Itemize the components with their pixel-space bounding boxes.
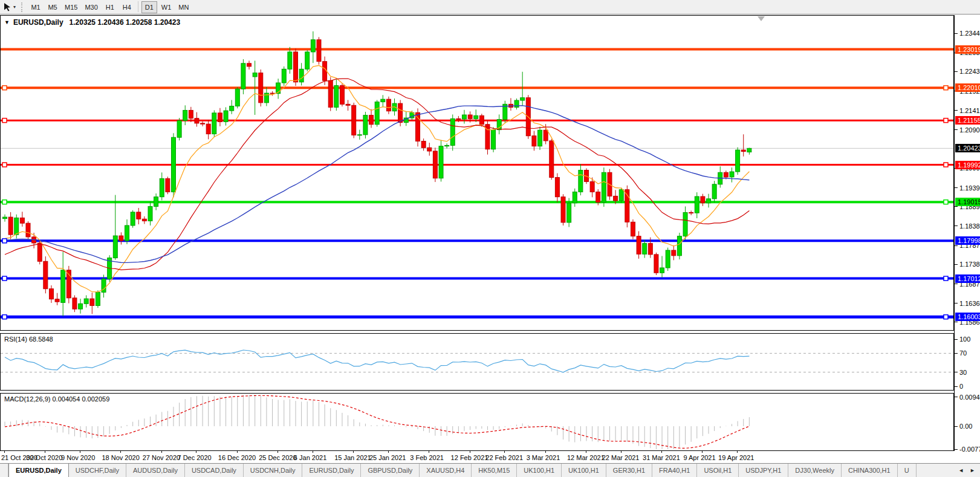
level-handle[interactable]: [944, 200, 948, 204]
candle-body: [73, 298, 77, 309]
candle-body: [148, 206, 152, 221]
candle-body: [631, 222, 635, 236]
chart-tab-eurusd-daily[interactable]: EURUSD,Daily: [302, 464, 361, 477]
candle-body: [247, 63, 251, 67]
price-axis-tick: [955, 322, 958, 322]
chart-tool-button[interactable]: ▾: [0, 0, 18, 14]
candle-body: [375, 102, 379, 125]
chart-tab-usdcnh-daily[interactable]: USDCNH,Daily: [244, 464, 303, 477]
candle-body: [619, 190, 623, 201]
timeframe-button-M1[interactable]: M1: [28, 1, 44, 13]
candle-body: [450, 118, 455, 145]
candle-body: [26, 223, 30, 237]
price-chart-canvas[interactable]: [1, 16, 953, 330]
tab-scroll-right-icon[interactable]: ►: [967, 466, 978, 475]
time-axis-label: 31 Mar 2021: [643, 454, 680, 461]
price-axis-tick: [955, 129, 958, 130]
time-axis-label: 19 Apr 2021: [718, 454, 754, 461]
time-axis-tick: [4, 451, 5, 453]
candle-body: [614, 196, 618, 201]
candle-body: [20, 218, 24, 223]
level-handle[interactable]: [2, 200, 7, 204]
chart-tab-uk100-h1[interactable]: UK100,H1: [562, 464, 606, 477]
chevron-down-icon[interactable]: ▾: [13, 4, 16, 10]
level-handle[interactable]: [2, 86, 7, 90]
time-axis-label: 22 Feb 2021: [485, 454, 523, 461]
macd-axis-tick: [955, 397, 958, 397]
macd-panel[interactable]: MACD(12,26,9) 0.004054 0.002059: [0, 393, 954, 451]
macd-axis-tick: [955, 426, 958, 427]
chart-shift-marker-icon[interactable]: [758, 16, 765, 21]
chart-tab-uk100-h1[interactable]: UK100,H1: [517, 464, 562, 477]
level-price-badge: 1.19015: [955, 198, 980, 206]
candle-body: [79, 303, 83, 309]
time-axis-tick: [737, 451, 738, 453]
timeframe-button-H1[interactable]: H1: [102, 1, 118, 13]
level-handle[interactable]: [2, 163, 7, 167]
candle-body: [299, 69, 303, 82]
timeframe-button-H4[interactable]: H4: [119, 1, 135, 13]
candle-body: [166, 178, 170, 192]
price-axis-tick-label: 1.22435: [959, 68, 980, 75]
timeframe-button-D1[interactable]: D1: [141, 1, 157, 13]
candle-body: [596, 192, 600, 202]
candle-body: [340, 85, 344, 104]
timeframe-button-W1[interactable]: W1: [158, 1, 175, 13]
chart-tab-audusd-daily[interactable]: AUDUSD,Daily: [126, 464, 185, 477]
chart-tab-eurusd-daily[interactable]: EURUSD,Daily: [8, 464, 69, 477]
timeframe-button-MN[interactable]: MN: [175, 1, 192, 13]
price-axis-tick-label: 1.20905: [959, 126, 980, 134]
candle-body: [666, 250, 670, 268]
chart-title-collapse-icon[interactable]: ▼: [4, 19, 10, 25]
candle-body: [177, 120, 181, 137]
candle-body: [736, 150, 740, 172]
chart-tab-u[interactable]: U: [898, 464, 917, 477]
rsi-axis-tick: [955, 339, 958, 340]
level-handle[interactable]: [2, 276, 7, 281]
price-axis-tick: [955, 303, 958, 303]
chart-tab-usdcad-daily[interactable]: USDCAD,Daily: [185, 464, 244, 477]
chart-tab-china300-h1[interactable]: CHINA300,H1: [842, 464, 898, 477]
level-handle[interactable]: [944, 163, 948, 167]
macd-axis-label: -0.007778: [959, 446, 980, 453]
level-price-badge: 1.17012: [955, 274, 980, 283]
timeframe-button-M30[interactable]: M30: [82, 1, 100, 13]
level-handle[interactable]: [2, 315, 7, 319]
price-axis-tick: [955, 33, 958, 34]
chart-tab-dj30-weekly[interactable]: DJ30,Weekly: [788, 464, 842, 477]
chart-tab-hk50-m15[interactable]: HK50,M15: [472, 464, 517, 477]
time-axis-tick: [353, 451, 354, 453]
price-chart-panel[interactable]: ▼ EURUSD,Daily 1.20325 1.20436 1.20258 1…: [0, 15, 954, 331]
rsi-panel[interactable]: RSI(14) 68.5848: [0, 333, 954, 391]
time-axis-label: 6 Jan 2021: [294, 454, 326, 461]
chart-tab-usdjpy-h1[interactable]: USDJPY,H1: [739, 464, 788, 477]
time-axis-tick: [621, 451, 621, 453]
time-axis-tick: [120, 451, 121, 453]
candle-body: [49, 289, 53, 299]
chart-cursor-icon: [3, 2, 12, 11]
time-axis-label: 27 Nov 2020: [143, 454, 180, 461]
chart-tab-ger30-h1[interactable]: GER30,H1: [606, 464, 652, 477]
level-handle[interactable]: [944, 86, 948, 90]
chart-tab-gbpusd-daily[interactable]: GBPUSD,Daily: [361, 464, 420, 477]
chart-tab-fra40-h1[interactable]: FRA40,H1: [652, 464, 697, 477]
macd-canvas: [1, 394, 953, 450]
level-handle[interactable]: [944, 315, 948, 319]
chart-tab-xauusd-h4[interactable]: XAUUSD,H4: [420, 464, 472, 477]
candle-body: [637, 236, 641, 255]
level-handle[interactable]: [2, 239, 7, 243]
level-handle[interactable]: [2, 118, 7, 123]
candle-body: [8, 217, 13, 235]
candle-body: [282, 69, 286, 83]
candle-body: [55, 299, 59, 302]
candle-body: [224, 111, 228, 122]
candle-body: [689, 213, 693, 213]
timeframe-button-M5[interactable]: M5: [45, 1, 60, 13]
level-handle[interactable]: [944, 276, 948, 281]
chart-tab-usdchf-daily[interactable]: USDCHF,Daily: [69, 464, 126, 477]
time-axis-label: 9 Apr 2021: [683, 454, 715, 461]
level-handle[interactable]: [944, 118, 948, 123]
timeframe-button-M15[interactable]: M15: [62, 1, 80, 13]
tab-scroll-left-icon[interactable]: ◄: [955, 466, 967, 475]
chart-tab-usoil-h1[interactable]: USOil,H1: [697, 464, 739, 477]
